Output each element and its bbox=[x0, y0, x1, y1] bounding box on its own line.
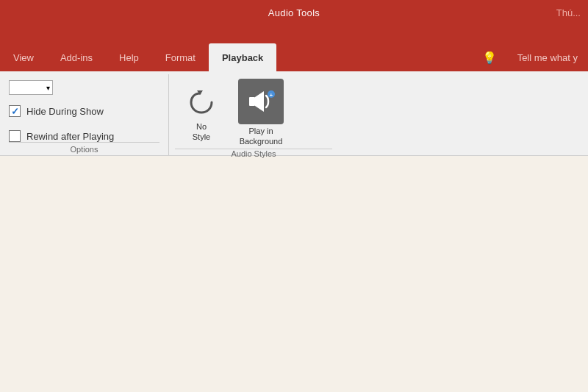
hide-during-show-label: Hide During Show bbox=[26, 106, 104, 117]
hide-during-show-row[interactable]: ✓ Hide During Show bbox=[9, 105, 104, 117]
audio-styles-section-label: Audio Styles bbox=[231, 149, 276, 158]
tab-format[interactable]: Format bbox=[152, 43, 209, 71]
tab-playback[interactable]: Playback bbox=[209, 43, 276, 71]
ribbon-content: ▾ ✓ Hide During Show Rewind after Playin… bbox=[0, 71, 588, 156]
no-style-button[interactable]: NoStyle bbox=[175, 82, 228, 144]
options-content: ▾ ✓ Hide During Show Rewind after Playin… bbox=[9, 74, 159, 142]
audio-styles-footer: Audio Styles bbox=[175, 149, 332, 158]
play-bg-label: Play inBackground bbox=[240, 126, 283, 147]
title-bar: Audio Tools Thú... bbox=[0, 0, 588, 26]
play-bg-icon: + bbox=[238, 79, 284, 124]
title-bar-right: Thú... bbox=[556, 0, 588, 26]
audio-tools-label: Audio Tools bbox=[268, 7, 320, 18]
lightbulb-icon[interactable]: 💡 bbox=[472, 43, 507, 71]
audio-styles-content: NoStyle + Play i bbox=[175, 74, 332, 149]
svg-text:+: + bbox=[270, 92, 273, 99]
options-dropdown[interactable]: ▾ bbox=[9, 80, 53, 95]
tell-me-label[interactable]: Tell me what y bbox=[507, 43, 588, 71]
options-section-label: Options bbox=[71, 145, 98, 154]
undo-icon-svg bbox=[187, 88, 216, 117]
options-section-footer: Options bbox=[9, 142, 159, 155]
tab-addins[interactable]: Add-ins bbox=[47, 43, 106, 71]
options-section: ▾ ✓ Hide During Show Rewind after Playin… bbox=[0, 74, 169, 155]
svg-marker-2 bbox=[255, 91, 264, 112]
no-style-label: NoStyle bbox=[193, 121, 210, 143]
tab-view[interactable]: View bbox=[0, 43, 47, 71]
hide-during-show-checkbox[interactable]: ✓ bbox=[9, 105, 21, 117]
rewind-after-label: Rewind after Playing bbox=[26, 131, 114, 142]
chevron-down-icon: ▾ bbox=[46, 84, 50, 92]
play-in-background-button[interactable]: + Play inBackground bbox=[231, 77, 291, 149]
title-right-text: Thú... bbox=[556, 7, 588, 18]
no-style-icon bbox=[182, 83, 220, 121]
audio-styles-section: NoStyle + Play i bbox=[169, 74, 338, 155]
tab-help[interactable]: Help bbox=[106, 43, 152, 71]
rewind-after-checkbox[interactable] bbox=[9, 130, 21, 142]
speaker-background-icon-svg: + bbox=[245, 85, 277, 118]
ribbon-tabs: View Add-ins Help Format Playback 💡 Tell… bbox=[0, 26, 588, 71]
checkmark-icon: ✓ bbox=[11, 106, 19, 117]
rewind-after-row[interactable]: Rewind after Playing bbox=[9, 130, 114, 142]
svg-rect-1 bbox=[249, 97, 255, 106]
